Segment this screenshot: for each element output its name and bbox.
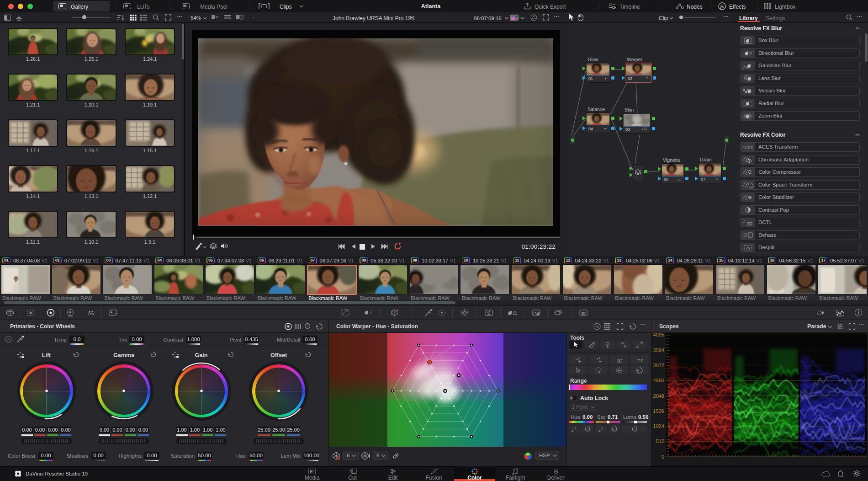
svg-text:ACES: ACES [742, 145, 753, 150]
svg-text:DCTL: DCTL [746, 222, 753, 225]
svg-text:HDR: HDR [68, 315, 73, 317]
svg-text:A: A [7, 337, 10, 342]
svg-text:3D: 3D [581, 311, 586, 315]
svg-text:fx: fx [720, 4, 724, 9]
